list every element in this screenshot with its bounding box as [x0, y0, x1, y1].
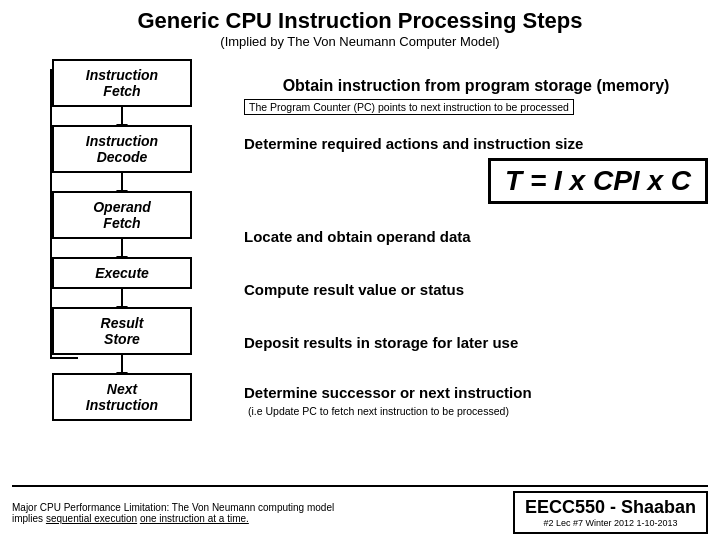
description-column: Obtain instruction from program storage …	[232, 55, 708, 481]
decode-main-text: Determine required actions and instructi…	[244, 134, 708, 154]
operand-main-text: Locate and obtain operand data	[244, 227, 708, 247]
bottom-line1: Major CPU Performance Limitation: The Vo…	[12, 502, 503, 513]
arrow-result-next	[121, 355, 123, 373]
decode-description: Determine required actions and instructi…	[244, 129, 708, 209]
execute-description: Compute result value or status	[244, 265, 708, 315]
operand-description: Locate and obtain operand data	[244, 209, 708, 265]
arrow-fetch-decode	[121, 107, 123, 125]
bottom-right-box: EECC550 - Shaaban #2 Lec #7 Winter 2012 …	[513, 491, 708, 534]
result-description: Deposit results in storage for later use	[244, 315, 708, 371]
main-title: Generic CPU Instruction Processing Steps	[12, 8, 708, 34]
next-box: Next Instruction	[52, 373, 192, 421]
result-main-text: Deposit results in storage for later use	[244, 333, 708, 353]
content-area: Instruction Fetch Instruction Decode Ope…	[12, 55, 708, 481]
fetch-sub-text: The Program Counter (PC) points to next …	[244, 99, 574, 115]
operand-box: Operand Fetch	[52, 191, 192, 239]
next-sub-text: (i.e Update PC to fetch next instruction…	[244, 404, 513, 418]
fetch-description: Obtain instruction from program storage …	[244, 57, 708, 129]
bottom-h-line	[50, 357, 78, 359]
bottom-line2: implies sequential execution one instruc…	[12, 513, 503, 524]
bottom-left-text: Major CPU Performance Limitation: The Vo…	[12, 502, 503, 524]
page: Generic CPU Instruction Processing Steps…	[0, 0, 720, 540]
decode-box: Instruction Decode	[52, 125, 192, 173]
formula-box: T = I x CPI x C	[488, 158, 708, 204]
result-box: Result Store	[52, 307, 192, 355]
arrow-execute-result	[121, 289, 123, 307]
next-main-text: Determine successor or next instruction	[244, 383, 708, 403]
course-meta: #2 Lec #7 Winter 2012 1-10-2013	[525, 518, 696, 528]
flowchart-column: Instruction Fetch Instruction Decode Ope…	[12, 55, 232, 481]
fetch-box: Instruction Fetch	[52, 59, 192, 107]
course-label: EECC550 - Shaaban	[525, 497, 696, 518]
sub-title: (Implied by The Von Neumann Computer Mod…	[12, 34, 708, 49]
bottom-bar: Major CPU Performance Limitation: The Vo…	[12, 485, 708, 534]
flowchart-inner: Instruction Fetch Instruction Decode Ope…	[12, 59, 232, 421]
arrow-operand-execute	[121, 239, 123, 257]
fetch-main-text: Obtain instruction from program storage …	[244, 76, 708, 97]
arrow-decode-operand	[121, 173, 123, 191]
execute-box: Execute	[52, 257, 192, 289]
next-description: Determine successor or next instruction …	[244, 371, 708, 431]
execute-main-text: Compute result value or status	[244, 280, 708, 300]
